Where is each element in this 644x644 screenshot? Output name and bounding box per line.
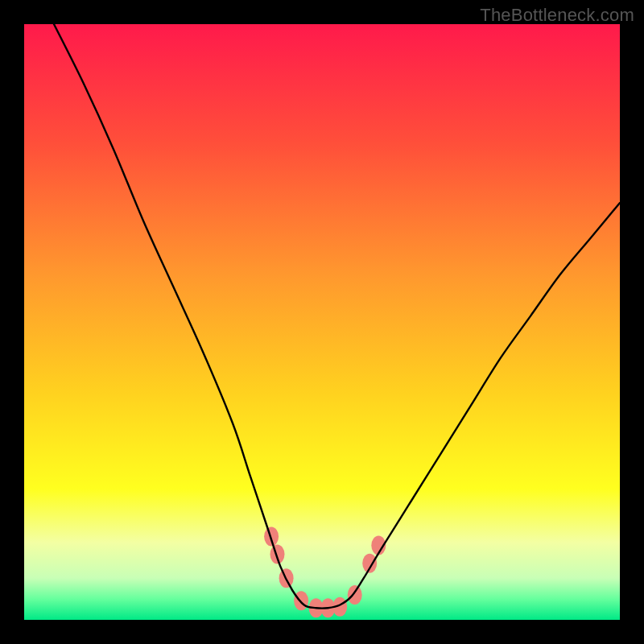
curve-bead: [264, 526, 279, 546]
plot-area: [24, 24, 620, 620]
gradient-background: [24, 24, 620, 620]
curve-bead: [270, 545, 285, 564]
chart-frame: TheBottleneck.com: [0, 0, 644, 644]
curve-bead: [294, 591, 308, 610]
curve-bead: [348, 585, 362, 605]
watermark-text: TheBottleneck.com: [480, 5, 634, 26]
plot-svg: [24, 24, 620, 620]
